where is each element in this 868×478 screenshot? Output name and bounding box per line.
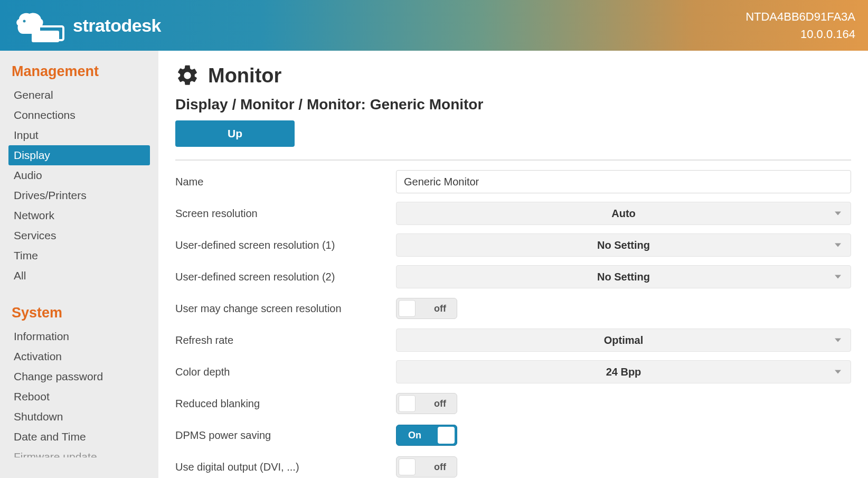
- label-digital-out: Use digital output (DVI, ...): [175, 461, 396, 473]
- sidebar-item-date-and-time[interactable]: Date and Time: [8, 427, 150, 447]
- name-input[interactable]: [396, 170, 851, 193]
- breadcrumb: Display / Monitor / Monitor: Generic Mon…: [175, 96, 851, 113]
- label-resolution: Screen resolution: [175, 208, 396, 220]
- resolution-select[interactable]: Auto: [396, 202, 851, 225]
- sidebar-item-network[interactable]: Network: [8, 205, 150, 226]
- label-color-depth: Color depth: [175, 366, 396, 378]
- sidebar-item-display[interactable]: Display: [8, 145, 150, 165]
- sidebar-item-all[interactable]: All: [8, 266, 150, 286]
- chevron-down-icon: [835, 212, 841, 215]
- sidebar-item-shutdown[interactable]: Shutdown: [8, 407, 150, 427]
- dpms-toggle[interactable]: On: [396, 425, 457, 446]
- reduced-blanking-toggle[interactable]: off: [396, 393, 457, 414]
- chevron-down-icon: [835, 275, 841, 279]
- label-refresh: Refresh rate: [175, 334, 396, 346]
- up-button[interactable]: Up: [175, 120, 295, 147]
- sidebar-item-general[interactable]: General: [8, 85, 150, 105]
- svg-point-2: [23, 20, 26, 23]
- digital-out-toggle[interactable]: off: [396, 456, 457, 477]
- logo: stratodesk: [13, 8, 161, 42]
- sidebar-item-services[interactable]: Services: [8, 226, 150, 246]
- sidebar-item-drives-printers[interactable]: Drives/Printers: [8, 185, 150, 205]
- label-user-change: User may change screen resolution: [175, 303, 396, 315]
- section-management-title: Management: [12, 63, 147, 80]
- label-udres1: User-defined screen resolution (1): [175, 239, 396, 251]
- sidebar-item-connections[interactable]: Connections: [8, 105, 150, 125]
- device-ip: 10.0.0.164: [746, 25, 855, 43]
- sidebar-item-audio[interactable]: Audio: [8, 165, 150, 185]
- chevron-down-icon: [835, 243, 841, 247]
- chevron-down-icon: [835, 339, 841, 342]
- header-info: NTDA4BB6D91FA3A 10.0.0.164: [746, 8, 855, 43]
- udres2-select[interactable]: No Setting: [396, 265, 851, 288]
- sidebar-item-time[interactable]: Time: [8, 246, 150, 266]
- device-id: NTDA4BB6D91FA3A: [746, 8, 855, 25]
- sidebar-item-reboot[interactable]: Reboot: [8, 387, 150, 407]
- sidebar-item-firmware-update[interactable]: Firmware update: [8, 447, 150, 457]
- label-name: Name: [175, 176, 396, 188]
- main-content: Monitor Display / Monitor / Monitor: Gen…: [158, 51, 868, 478]
- bear-logo-icon: [13, 8, 65, 42]
- page-title: Monitor: [208, 64, 281, 87]
- udres1-select[interactable]: No Setting: [396, 233, 851, 257]
- label-dpms: DPMS power saving: [175, 429, 396, 442]
- sidebar-item-activation[interactable]: Activation: [8, 346, 150, 367]
- user-change-toggle[interactable]: off: [396, 298, 457, 319]
- color-depth-select[interactable]: 24 Bpp: [396, 360, 851, 383]
- brand-text: stratodesk: [73, 15, 161, 36]
- sidebar-item-input[interactable]: Input: [8, 125, 150, 145]
- refresh-select[interactable]: Optimal: [396, 329, 851, 352]
- sidebar: Management GeneralConnectionsInputDispla…: [0, 51, 158, 478]
- label-udres2: User-defined screen resolution (2): [175, 271, 396, 283]
- section-system-title: System: [12, 305, 147, 321]
- sidebar-item-change-password[interactable]: Change password: [8, 367, 150, 387]
- gear-icon: [175, 63, 200, 88]
- label-reduced-blanking: Reduced blanking: [175, 398, 396, 410]
- header: stratodesk NTDA4BB6D91FA3A 10.0.0.164: [0, 0, 868, 51]
- sidebar-item-information[interactable]: Information: [8, 326, 150, 346]
- chevron-down-icon: [835, 370, 841, 374]
